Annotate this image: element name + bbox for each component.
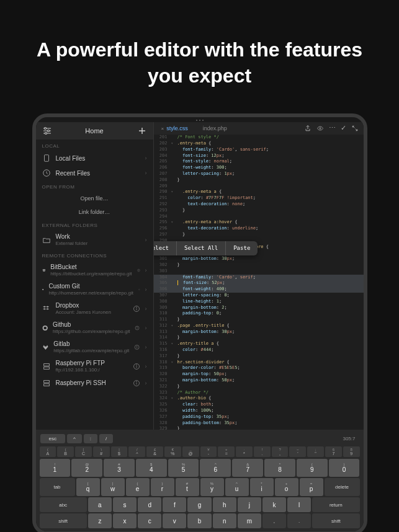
- key-symbol[interactable]: ¥-: [200, 446, 217, 457]
- code-line[interactable]: 310 padding-top: 0;: [154, 311, 364, 317]
- key-symbol[interactable]: {B: [57, 446, 74, 457]
- code-line[interactable]: 312▾.page .entry-title {: [154, 323, 364, 329]
- code-line[interactable]: 306 font-weight: 400;: [154, 286, 364, 293]
- key-r[interactable]: }r: [151, 478, 174, 496]
- key-p[interactable]: =p: [300, 478, 323, 496]
- key-colon[interactable]: :: [84, 434, 97, 443]
- code-line[interactable]: 321 margin-bottom: 50px;: [154, 378, 364, 384]
- key-symbol[interactable]: ;": [307, 446, 324, 457]
- key-symbol[interactable]: [C: [75, 446, 92, 457]
- key-delete[interactable]: delete: [325, 478, 360, 496]
- key-w[interactable]: ]w: [101, 478, 125, 496]
- key-symbol[interactable]: _@: [182, 446, 199, 457]
- code-line[interactable]: 204 font-size: 12px;: [154, 153, 364, 159]
- code-line[interactable]: 315▾.entry-title a {: [154, 341, 364, 347]
- key-symbol[interactable]: /^: [128, 446, 145, 457]
- code-line[interactable]: 206 font-weight: 300;: [154, 165, 364, 171]
- tab-style-css[interactable]: × style.css: [154, 123, 195, 133]
- key-e[interactable]: {e: [126, 478, 150, 496]
- key-h[interactable]: h: [213, 497, 236, 512]
- tab-index-php[interactable]: index.php: [195, 123, 235, 133]
- key-symbol[interactable]: ·*: [236, 446, 253, 457]
- key-esc[interactable]: esc: [40, 434, 65, 443]
- key-n[interactable]: n: [213, 513, 236, 528]
- code-line[interactable]: 209: [154, 184, 364, 190]
- key-x[interactable]: x: [113, 513, 137, 528]
- code-line[interactable]: 202▾.entry-meta {: [154, 141, 364, 147]
- key-i[interactable]: *i: [250, 478, 274, 496]
- key-q[interactable]: [q: [76, 478, 100, 496]
- code-line[interactable]: 203 font-family: 'Cardo', sans-serif;: [154, 147, 364, 153]
- key-symbol[interactable]: ~': [289, 446, 306, 457]
- sidebar-item-bitbucket[interactable]: BitBuckethttps://bitbucket.org/example/r…: [36, 260, 153, 280]
- key-caret[interactable]: ^: [67, 434, 82, 443]
- sidebar-item-work[interactable]: Work External folder ›: [36, 230, 153, 249]
- code-line[interactable]: 301 margin-bottom: 30px;: [154, 256, 364, 262]
- key-0[interactable]: )0: [329, 459, 360, 477]
- info-icon[interactable]: [133, 363, 140, 370]
- key-f[interactable]: f: [163, 497, 186, 512]
- key-comma[interactable]: ,: [262, 513, 286, 528]
- key-a[interactable]: a: [88, 497, 112, 512]
- code-line[interactable]: 294: [154, 214, 364, 220]
- sidebar-item-raspberry-pi-ftp[interactable]: Raspberry Pi FTPftp://192.168.1.100:/ ›: [36, 357, 153, 376]
- close-icon[interactable]: ×: [161, 126, 164, 131]
- code-line[interactable]: 313 margin-bottom: 30px;: [154, 329, 364, 335]
- more-icon[interactable]: ⋯: [329, 124, 336, 133]
- info-icon[interactable]: [133, 305, 140, 313]
- code-line[interactable]: 314 }: [154, 335, 364, 341]
- code-line[interactable]: 305 font-size: 52px;: [154, 280, 364, 286]
- key-slash[interactable]: /: [99, 434, 113, 443]
- code-line[interactable]: 318▾hr.section-divider {: [154, 360, 364, 366]
- code-line[interactable]: 297 }: [154, 232, 364, 238]
- key-symbol[interactable]: €%: [164, 446, 181, 457]
- info-icon[interactable]: [138, 286, 140, 293]
- key-3[interactable]: #3: [104, 459, 135, 477]
- key-7[interactable]: &7: [232, 459, 263, 477]
- key-return[interactable]: return: [312, 497, 359, 512]
- key-j[interactable]: j: [238, 497, 261, 512]
- code-line[interactable]: 320 margin-top: 50px;: [154, 371, 364, 378]
- code-line[interactable]: 292 text-decoration: none;: [154, 202, 364, 208]
- key-b[interactable]: b: [187, 513, 211, 528]
- info-icon[interactable]: [137, 267, 140, 274]
- code-line[interactable]: 201 /* Font style */: [154, 135, 364, 141]
- code-line[interactable]: 302 }: [154, 262, 364, 268]
- key-symbol[interactable]: \#: [93, 446, 110, 457]
- code-line[interactable]: 329 }: [154, 426, 364, 430]
- code-line[interactable]: 328 padding-bottom: 35px;: [154, 420, 364, 427]
- code-line[interactable]: 317 }: [154, 353, 364, 360]
- key-g[interactable]: g: [187, 497, 211, 512]
- code-line[interactable]: 307 letter-spacing: 0;: [154, 293, 364, 299]
- code-line[interactable]: 316 color: #444;: [154, 347, 364, 353]
- code-line[interactable]: 319 border-color: #E5E5E5;: [154, 365, 364, 371]
- key-symbol[interactable]: +=: [218, 446, 235, 457]
- key-1[interactable]: !1: [40, 459, 71, 477]
- info-icon[interactable]: [133, 379, 140, 387]
- key-2[interactable]: @2: [71, 459, 102, 477]
- key-l[interactable]: l: [287, 497, 311, 512]
- key-period[interactable]: .: [287, 513, 311, 528]
- link-folder-button[interactable]: Link folder…: [36, 205, 153, 219]
- key-abc[interactable]: abc: [40, 497, 87, 512]
- code-line[interactable]: 327 padding-top: 35px;: [154, 414, 364, 420]
- info-icon[interactable]: [134, 344, 140, 351]
- key-symbol[interactable]: ?,: [272, 446, 289, 457]
- code-line[interactable]: 295▾ .entry-meta a:hover {: [154, 219, 364, 226]
- context-paste[interactable]: Paste: [226, 241, 258, 255]
- key-symbol[interactable]: 89: [343, 446, 360, 457]
- settings-icon[interactable]: [42, 126, 52, 136]
- key-c[interactable]: c: [138, 513, 161, 528]
- add-icon[interactable]: [137, 126, 147, 136]
- code-line[interactable]: 291 color: #7F7F7F !important;: [154, 195, 364, 202]
- key-z[interactable]: z: [88, 513, 112, 528]
- key-shift-left[interactable]: shift: [40, 513, 87, 528]
- code-line[interactable]: 325 clear: both;: [154, 402, 364, 408]
- sidebar-item-gitlab[interactable]: Gitlabhttps://gitlab.com/example/repo.gi…: [36, 337, 153, 357]
- key-shift-right[interactable]: shift: [312, 513, 359, 528]
- key-o[interactable]: +o: [275, 478, 298, 496]
- sidebar-item-raspberry-pi-ssh[interactable]: Raspberry Pi SSH ›: [36, 376, 153, 391]
- code-line[interactable]: 303: [154, 268, 364, 275]
- sidebar-item-github[interactable]: Githubhttps://github.com/example/repo.gi…: [36, 318, 153, 337]
- key-8[interactable]: *8: [264, 459, 295, 477]
